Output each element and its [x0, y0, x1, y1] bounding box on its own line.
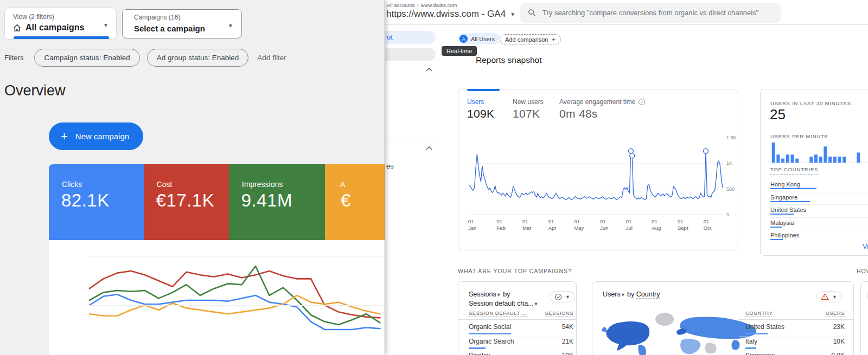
- scorecard-impressions[interactable]: Impressions 9.41M: [229, 164, 325, 240]
- scorecard-value: 82.1K: [61, 190, 110, 211]
- all-users-chip[interactable]: A All Users: [458, 33, 500, 44]
- x-axis-tick: 01Jun: [600, 218, 616, 231]
- caret-down-icon: ▼: [510, 11, 515, 17]
- column-header-metric[interactable]: SESSIONS: [545, 310, 573, 317]
- country-name: Malaysia: [770, 218, 868, 226]
- add-comparison-button[interactable]: Add comparison +: [500, 34, 561, 44]
- campaign-selector[interactable]: Campaigns (16) Select a campaign ▼: [122, 9, 242, 38]
- top-countries-label[interactable]: TOP COUNTRIES: [770, 166, 818, 175]
- users-per-minute-label: USERS PER MINUTE: [770, 133, 828, 139]
- breadcrumb-separator-icon: ›: [417, 2, 418, 8]
- new-campaign-button[interactable]: + New campaign: [49, 122, 143, 150]
- card-title: Users▼ by Country: [603, 290, 660, 299]
- add-filter-button[interactable]: Add filter: [257, 54, 286, 62]
- scorecard-label: Cost: [157, 180, 173, 189]
- scorecard-clicks[interactable]: Clicks 82.1K: [49, 164, 144, 240]
- dimension-selector[interactable]: Session default cha...: [469, 300, 534, 307]
- metric-tab-new-users[interactable]: New users 107K: [513, 98, 544, 120]
- scorecard-value: €: [341, 190, 351, 211]
- scorecard-value: €17.1K: [156, 190, 215, 211]
- overview-trend-chart: [49, 240, 385, 355]
- x-axis-tick: 01Aug: [652, 218, 668, 231]
- caret-down-icon: ▼: [534, 301, 539, 307]
- scorecard-label: Clicks: [62, 180, 82, 189]
- warning-triangle-icon: [821, 293, 829, 300]
- audience-chip-label: All Users: [471, 36, 495, 42]
- cell-sessions: 19K: [562, 352, 573, 355]
- chevron-up-icon[interactable]: [425, 145, 433, 152]
- info-icon[interactable]: ?: [639, 99, 645, 105]
- metric-selector[interactable]: Sessions: [469, 291, 496, 298]
- nav-divider: [386, 140, 441, 140]
- divider: [739, 337, 853, 337]
- metric-tab-users[interactable]: Users 109K: [467, 98, 494, 120]
- dimension-selector[interactable]: Country: [636, 291, 660, 299]
- filter-chip-campaign-status[interactable]: Campaign status: Enabled: [34, 49, 139, 67]
- country-bar: [770, 214, 794, 215]
- data-warning-pill[interactable]: ▼: [816, 291, 842, 302]
- x-axis-tick: 01Mar: [522, 218, 539, 231]
- divider: [739, 319, 853, 320]
- cell-country: Singapore: [745, 352, 775, 355]
- tooltip-text: Real-time: [446, 48, 472, 54]
- view-realtime-link[interactable]: View realtime: [863, 243, 868, 250]
- scorecard-value: 9.41M: [241, 190, 292, 211]
- column-header-country[interactable]: COUNTRY: [745, 310, 773, 317]
- y-axis-labels: 1.5K1K5000: [726, 138, 738, 215]
- metric-value: 109K: [467, 107, 494, 120]
- plus-icon: +: [552, 35, 556, 43]
- reports-snapshot-chart-card: Users 109K New users 107K Average engage…: [458, 89, 738, 250]
- metric-tab-avg-engagement-time[interactable]: Average engagement time ? 0m 48s: [559, 98, 645, 120]
- ga4-browser-window: All accounts › www.dwiss.com https://www…: [385, 0, 868, 355]
- report-title: Reports snapshot: [476, 55, 542, 65]
- chart-options-pill[interactable]: ▼: [550, 291, 575, 302]
- realtime-tooltip: Real-time: [442, 46, 477, 56]
- top-countries-list: Hong Kong Singapore United States Malays…: [770, 179, 868, 243]
- overview-scorecards: Clicks 82.1K Cost €17.1K Impressions 9.4…: [49, 164, 385, 240]
- country-name: United States: [770, 205, 868, 213]
- country-name: Philippines: [770, 230, 868, 238]
- caret-down-icon: ▼: [565, 294, 570, 300]
- nav-item-realtime-clipped[interactable]: [385, 48, 436, 61]
- nav-item-reports-snapshot-clipped[interactable]: ot: [385, 31, 436, 44]
- country-row: Philippines: [770, 230, 868, 243]
- chevron-up-icon[interactable]: [425, 67, 433, 73]
- x-axis-tick: 01Oct: [704, 218, 720, 231]
- campaign-selector-label: Campaigns (16): [134, 14, 180, 21]
- x-axis-labels: 01Jan01Feb01Mar01Apr01May01Jun01Jul01Aug…: [469, 218, 723, 235]
- y-axis-tick: 0: [726, 212, 729, 217]
- metric-selector[interactable]: Users: [603, 291, 621, 298]
- cell-users: 10K: [833, 338, 845, 345]
- table-row: Organic Social 54K: [469, 323, 573, 331]
- view-selector[interactable]: View (2 filters) All campaigns ▼: [4, 8, 117, 40]
- metric-label: Users: [467, 98, 494, 106]
- scorecard-clipped[interactable]: A €: [325, 164, 385, 240]
- cell-sessions: 54K: [562, 323, 573, 331]
- country-bar: [770, 227, 782, 228]
- filters-label: Filters: [4, 54, 23, 62]
- metric-label: Average engagement time: [559, 98, 636, 106]
- ads-trend-lines: [49, 240, 385, 355]
- breadcrumb-all-accounts[interactable]: All accounts: [387, 2, 414, 8]
- divider: [458, 319, 576, 320]
- column-header-dimension[interactable]: SESSION DEFAULT ...: [469, 310, 527, 317]
- users-by-country-card: Users▼ by Country ▼: [592, 281, 854, 355]
- realtime-users-value: 25: [770, 106, 786, 123]
- column-header-users[interactable]: USERS: [826, 310, 845, 317]
- scorecard-cost[interactable]: Cost €17.1K: [144, 164, 229, 240]
- plus-icon: +: [61, 131, 68, 143]
- country-row: Malaysia: [770, 218, 868, 231]
- property-selector[interactable]: https://www.dwiss.com - GA4 ▼: [386, 9, 515, 20]
- breadcrumb-property[interactable]: www.dwiss.com: [420, 2, 457, 8]
- search-input[interactable]: [542, 9, 773, 17]
- search-bar[interactable]: [520, 3, 781, 23]
- country-row: Hong Kong: [770, 179, 868, 192]
- filter-chip-ad-group-status[interactable]: Ad group status: Enabled: [147, 49, 249, 67]
- divider: [0, 80, 385, 80]
- metric-value: 0m 48s: [559, 107, 645, 120]
- new-campaign-label: New campaign: [75, 132, 129, 141]
- nav-item-label-fragment[interactable]: es: [386, 162, 394, 170]
- x-axis-tick: 01Sept: [678, 218, 694, 231]
- google-ads-window: View (2 filters) All campaigns ▼ Campaig…: [0, 0, 385, 355]
- search-icon: [528, 9, 536, 17]
